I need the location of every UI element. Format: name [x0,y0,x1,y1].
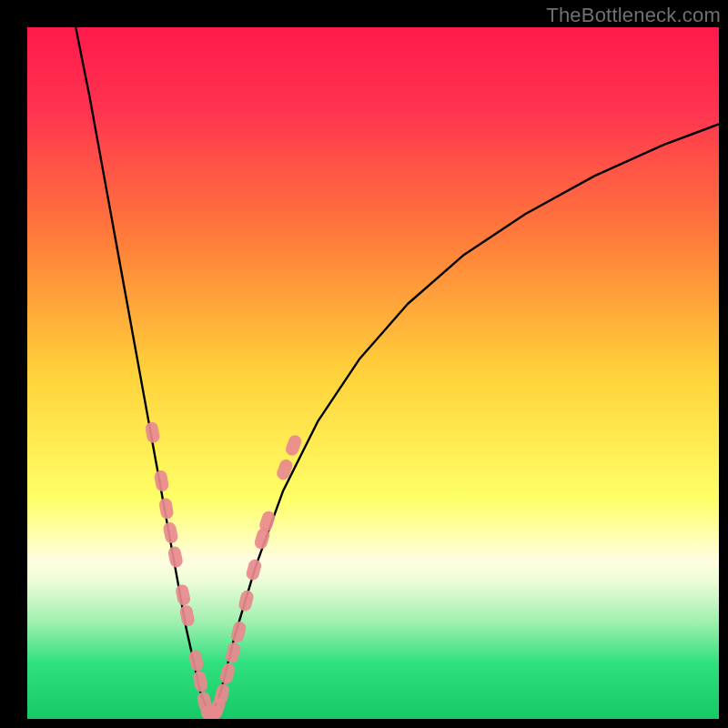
marker-point [238,628,239,636]
marker-point [221,691,223,699]
watermark-text: TheBottleneck.com [546,4,721,27]
marker-point [245,597,247,605]
marker-point [261,535,263,543]
marker-point [187,612,188,620]
marker-point [292,441,295,449]
marker-point [266,518,268,526]
plot-area [27,27,719,719]
marker-point [204,698,206,706]
marker-point [253,566,255,574]
chart-svg [27,27,719,719]
marker-point [152,429,154,437]
marker-point [283,466,286,473]
marker-point [161,477,163,485]
outer-frame: TheBottleneck.com [0,0,728,728]
marker-point [196,657,197,665]
marker-point [232,649,234,657]
gradient-background [27,27,719,719]
marker-point [216,704,218,712]
marker-point [175,553,177,561]
marker-point [170,529,172,537]
marker-point [227,670,228,678]
marker-point [182,591,184,599]
marker-point [199,677,201,685]
marker-point [166,504,167,512]
